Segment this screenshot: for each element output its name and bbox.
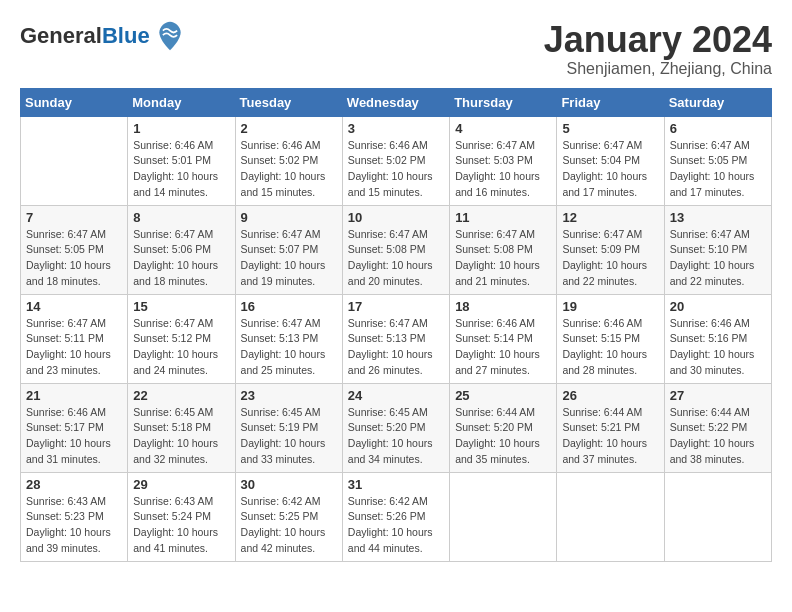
calendar-cell: 7Sunrise: 6:47 AMSunset: 5:05 PMDaylight…: [21, 205, 128, 294]
header-day-thursday: Thursday: [450, 88, 557, 116]
header-day-wednesday: Wednesday: [342, 88, 449, 116]
day-number: 9: [241, 210, 337, 225]
day-info: Sunrise: 6:47 AMSunset: 5:08 PMDaylight:…: [455, 227, 551, 290]
day-info: Sunrise: 6:47 AMSunset: 5:05 PMDaylight:…: [26, 227, 122, 290]
header-day-tuesday: Tuesday: [235, 88, 342, 116]
day-number: 22: [133, 388, 229, 403]
day-number: 29: [133, 477, 229, 492]
day-info: Sunrise: 6:45 AMSunset: 5:18 PMDaylight:…: [133, 405, 229, 468]
calendar-cell: 17Sunrise: 6:47 AMSunset: 5:13 PMDayligh…: [342, 294, 449, 383]
calendar-cell: 8Sunrise: 6:47 AMSunset: 5:06 PMDaylight…: [128, 205, 235, 294]
calendar-cell: 3Sunrise: 6:46 AMSunset: 5:02 PMDaylight…: [342, 116, 449, 205]
week-row-1: 1Sunrise: 6:46 AMSunset: 5:01 PMDaylight…: [21, 116, 772, 205]
logo-general-text: General: [20, 23, 102, 48]
calendar-cell: 28Sunrise: 6:43 AMSunset: 5:23 PMDayligh…: [21, 472, 128, 561]
location: Shenjiamen, Zhejiang, China: [544, 60, 772, 78]
day-info: Sunrise: 6:47 AMSunset: 5:09 PMDaylight:…: [562, 227, 658, 290]
day-info: Sunrise: 6:44 AMSunset: 5:21 PMDaylight:…: [562, 405, 658, 468]
calendar-cell: 31Sunrise: 6:42 AMSunset: 5:26 PMDayligh…: [342, 472, 449, 561]
day-info: Sunrise: 6:43 AMSunset: 5:23 PMDaylight:…: [26, 494, 122, 557]
day-info: Sunrise: 6:46 AMSunset: 5:14 PMDaylight:…: [455, 316, 551, 379]
header-day-sunday: Sunday: [21, 88, 128, 116]
day-info: Sunrise: 6:44 AMSunset: 5:20 PMDaylight:…: [455, 405, 551, 468]
day-info: Sunrise: 6:46 AMSunset: 5:01 PMDaylight:…: [133, 138, 229, 201]
day-info: Sunrise: 6:47 AMSunset: 5:12 PMDaylight:…: [133, 316, 229, 379]
day-number: 25: [455, 388, 551, 403]
calendar-table: SundayMondayTuesdayWednesdayThursdayFrid…: [20, 88, 772, 562]
day-info: Sunrise: 6:46 AMSunset: 5:15 PMDaylight:…: [562, 316, 658, 379]
day-number: 30: [241, 477, 337, 492]
calendar-cell: 29Sunrise: 6:43 AMSunset: 5:24 PMDayligh…: [128, 472, 235, 561]
day-number: 14: [26, 299, 122, 314]
calendar-cell: 2Sunrise: 6:46 AMSunset: 5:02 PMDaylight…: [235, 116, 342, 205]
day-number: 1: [133, 121, 229, 136]
day-number: 24: [348, 388, 444, 403]
calendar-cell: 5Sunrise: 6:47 AMSunset: 5:04 PMDaylight…: [557, 116, 664, 205]
day-info: Sunrise: 6:47 AMSunset: 5:10 PMDaylight:…: [670, 227, 766, 290]
day-info: Sunrise: 6:47 AMSunset: 5:13 PMDaylight:…: [241, 316, 337, 379]
day-number: 18: [455, 299, 551, 314]
month-title: January 2024: [544, 20, 772, 60]
day-info: Sunrise: 6:45 AMSunset: 5:20 PMDaylight:…: [348, 405, 444, 468]
calendar-cell: 10Sunrise: 6:47 AMSunset: 5:08 PMDayligh…: [342, 205, 449, 294]
day-info: Sunrise: 6:47 AMSunset: 5:11 PMDaylight:…: [26, 316, 122, 379]
day-info: Sunrise: 6:47 AMSunset: 5:08 PMDaylight:…: [348, 227, 444, 290]
calendar-cell: 25Sunrise: 6:44 AMSunset: 5:20 PMDayligh…: [450, 383, 557, 472]
day-number: 2: [241, 121, 337, 136]
day-number: 6: [670, 121, 766, 136]
day-info: Sunrise: 6:47 AMSunset: 5:05 PMDaylight:…: [670, 138, 766, 201]
calendar-cell: 19Sunrise: 6:46 AMSunset: 5:15 PMDayligh…: [557, 294, 664, 383]
calendar-cell: 6Sunrise: 6:47 AMSunset: 5:05 PMDaylight…: [664, 116, 771, 205]
day-number: 26: [562, 388, 658, 403]
day-number: 4: [455, 121, 551, 136]
day-number: 5: [562, 121, 658, 136]
week-row-4: 21Sunrise: 6:46 AMSunset: 5:17 PMDayligh…: [21, 383, 772, 472]
calendar-cell: 22Sunrise: 6:45 AMSunset: 5:18 PMDayligh…: [128, 383, 235, 472]
day-number: 19: [562, 299, 658, 314]
day-number: 31: [348, 477, 444, 492]
calendar-cell: 23Sunrise: 6:45 AMSunset: 5:19 PMDayligh…: [235, 383, 342, 472]
calendar-cell: [450, 472, 557, 561]
header-day-friday: Friday: [557, 88, 664, 116]
day-number: 16: [241, 299, 337, 314]
day-info: Sunrise: 6:43 AMSunset: 5:24 PMDaylight:…: [133, 494, 229, 557]
day-number: 11: [455, 210, 551, 225]
day-number: 10: [348, 210, 444, 225]
calendar-cell: 27Sunrise: 6:44 AMSunset: 5:22 PMDayligh…: [664, 383, 771, 472]
calendar-cell: 1Sunrise: 6:46 AMSunset: 5:01 PMDaylight…: [128, 116, 235, 205]
day-info: Sunrise: 6:47 AMSunset: 5:03 PMDaylight:…: [455, 138, 551, 201]
day-info: Sunrise: 6:47 AMSunset: 5:13 PMDaylight:…: [348, 316, 444, 379]
day-number: 13: [670, 210, 766, 225]
calendar-cell: [664, 472, 771, 561]
calendar-cell: 20Sunrise: 6:46 AMSunset: 5:16 PMDayligh…: [664, 294, 771, 383]
day-number: 20: [670, 299, 766, 314]
calendar-cell: 24Sunrise: 6:45 AMSunset: 5:20 PMDayligh…: [342, 383, 449, 472]
calendar-cell: 14Sunrise: 6:47 AMSunset: 5:11 PMDayligh…: [21, 294, 128, 383]
day-info: Sunrise: 6:46 AMSunset: 5:02 PMDaylight:…: [348, 138, 444, 201]
week-row-2: 7Sunrise: 6:47 AMSunset: 5:05 PMDaylight…: [21, 205, 772, 294]
logo-blue-text: Blue: [102, 23, 150, 48]
calendar-cell: 4Sunrise: 6:47 AMSunset: 5:03 PMDaylight…: [450, 116, 557, 205]
day-info: Sunrise: 6:47 AMSunset: 5:04 PMDaylight:…: [562, 138, 658, 201]
calendar-cell: 15Sunrise: 6:47 AMSunset: 5:12 PMDayligh…: [128, 294, 235, 383]
day-info: Sunrise: 6:42 AMSunset: 5:26 PMDaylight:…: [348, 494, 444, 557]
calendar-cell: 11Sunrise: 6:47 AMSunset: 5:08 PMDayligh…: [450, 205, 557, 294]
header-row: SundayMondayTuesdayWednesdayThursdayFrid…: [21, 88, 772, 116]
day-info: Sunrise: 6:42 AMSunset: 5:25 PMDaylight:…: [241, 494, 337, 557]
day-info: Sunrise: 6:46 AMSunset: 5:16 PMDaylight:…: [670, 316, 766, 379]
calendar-cell: 21Sunrise: 6:46 AMSunset: 5:17 PMDayligh…: [21, 383, 128, 472]
calendar-cell: 9Sunrise: 6:47 AMSunset: 5:07 PMDaylight…: [235, 205, 342, 294]
day-number: 17: [348, 299, 444, 314]
day-info: Sunrise: 6:47 AMSunset: 5:07 PMDaylight:…: [241, 227, 337, 290]
page-header: GeneralBlue January 2024 Shenjiamen, Zhe…: [20, 20, 772, 78]
week-row-3: 14Sunrise: 6:47 AMSunset: 5:11 PMDayligh…: [21, 294, 772, 383]
header-day-saturday: Saturday: [664, 88, 771, 116]
day-number: 15: [133, 299, 229, 314]
day-number: 27: [670, 388, 766, 403]
day-number: 7: [26, 210, 122, 225]
day-info: Sunrise: 6:46 AMSunset: 5:17 PMDaylight:…: [26, 405, 122, 468]
calendar-cell: 12Sunrise: 6:47 AMSunset: 5:09 PMDayligh…: [557, 205, 664, 294]
calendar-cell: [21, 116, 128, 205]
day-number: 23: [241, 388, 337, 403]
logo-icon: [154, 20, 186, 52]
